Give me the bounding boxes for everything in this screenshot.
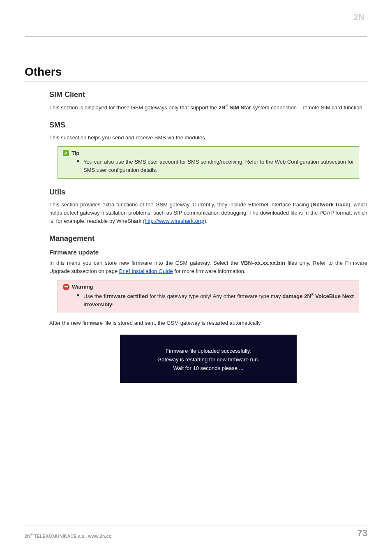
text: This section provides extra functions of… — [49, 201, 313, 208]
warning-label: Warning — [72, 284, 93, 290]
page-number: 73 — [357, 528, 367, 539]
status-line-2: Gateway is restarting for new firmware r… — [124, 356, 293, 363]
brief-installation-guide-link[interactable]: Brief Installation Guide — [119, 268, 173, 274]
firmware-update-heading: Firmware update — [49, 249, 367, 256]
sim-client-heading: SIM Client — [49, 90, 367, 99]
tip-title: ✔ Tip — [63, 150, 354, 156]
text: TELEKOMUNIKACE a.s., www.2n.cz — [33, 534, 111, 539]
text: ). — [204, 218, 208, 224]
warning-callout: Warning Use the firmware certified for t… — [58, 280, 359, 314]
sms-heading: SMS — [49, 121, 367, 130]
text: Use the — [83, 293, 104, 299]
text: firmware certified — [104, 293, 148, 299]
page-footer: 2N® TELEKOMUNIKACE a.s., www.2n.cz 73 — [25, 525, 367, 539]
text: Network trace — [313, 201, 348, 208]
wireshark-link[interactable]: http://www.wireshark.org/ — [145, 218, 204, 224]
tip-callout: ✔ Tip You can also use the SMS user acco… — [58, 146, 359, 179]
text: 2N — [25, 534, 30, 539]
warning-title: Warning — [63, 284, 354, 290]
status-line-3: Wait for 10 seconds please ... — [124, 365, 293, 371]
header-divider — [25, 36, 367, 37]
check-icon: ✔ — [63, 150, 69, 156]
minus-circle-icon — [63, 284, 69, 290]
text: 2N — [219, 104, 226, 111]
utils-paragraph: This section provides extra functions of… — [49, 201, 367, 225]
sim-client-paragraph: This section is displayed for those GSM … — [49, 103, 367, 112]
tip-label: Tip — [71, 150, 79, 156]
text: This section is displayed for those GSM … — [49, 104, 219, 111]
after-firmware-paragraph: After the new firmware file is stored an… — [49, 319, 367, 327]
status-line-1: Firmware file uploaded successfully. — [124, 348, 293, 354]
warning-text: Use the firmware certified for this gate… — [77, 292, 354, 309]
sms-paragraph: This subsection helps you send and recei… — [49, 134, 367, 142]
text: In this menu you can store new firmware … — [49, 260, 240, 266]
text: VBN–xx.xx.xx.bin — [240, 260, 285, 266]
tip-text: You can also use the SMS user account fo… — [77, 158, 354, 174]
text: damage 2N — [282, 293, 311, 299]
firmware-status-panel: Firmware file uploaded successfully. Gat… — [120, 335, 297, 383]
firmware-update-paragraph: In this menu you can store new firmware … — [49, 259, 367, 275]
text: SIM Star — [228, 104, 251, 111]
footer-company: 2N® TELEKOMUNIKACE a.s., www.2n.cz — [25, 533, 111, 539]
brand-logo: 2N — [351, 12, 367, 25]
utils-heading: Utils — [49, 188, 367, 197]
text: ! — [112, 301, 114, 308]
svg-text:2N: 2N — [354, 12, 364, 21]
page-title: Others — [25, 65, 367, 81]
text: system connection – remote SIM card func… — [251, 104, 364, 111]
text: for this gateway type only! Any other fi… — [148, 293, 282, 299]
management-heading: Management — [49, 234, 367, 243]
text: for more firmware information. — [173, 268, 246, 274]
